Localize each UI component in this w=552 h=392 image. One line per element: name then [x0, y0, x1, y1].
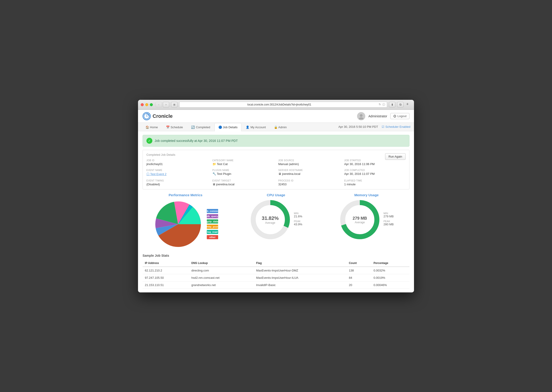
sample-stats-title: Sample Job Stats: [143, 254, 409, 257]
run-again-button[interactable]: Run Again: [385, 153, 406, 160]
tab-my-account[interactable]: 👤 My Account: [242, 123, 270, 131]
legend-item-db-query: db_query: [207, 214, 218, 218]
svg-point-0: [144, 113, 149, 119]
cpu-peak-label: PEAK: [294, 220, 302, 223]
col-count: Count: [347, 260, 371, 267]
plugin-name-label: PLUGIN NAME: [212, 169, 274, 171]
event-timing-value: (Disabled): [146, 182, 208, 186]
pie-chart-container: db_connect db_query gzip_data http_post: [153, 199, 218, 249]
tab-schedule[interactable]: 📅 Schedule: [162, 123, 187, 131]
sidebar-toggle[interactable]: ⊞: [171, 102, 177, 107]
process-id-value: 32453: [278, 182, 340, 186]
memory-peak-label: PEAK: [384, 220, 394, 223]
field-event-timing: EVENT TIMING (Disabled): [146, 179, 208, 186]
cell-ip: 62.121.210.2: [143, 267, 189, 274]
job-id-label: JOB ID: [146, 159, 208, 162]
table-row: 97.247.105.50 hsd2.nm.comcast.net MaxEve…: [143, 274, 409, 281]
col-dns: DNS Lookup: [189, 260, 254, 267]
cell-count: 138: [347, 267, 371, 274]
event-timing-label: EVENT TIMING: [146, 179, 208, 182]
avatar: [357, 112, 365, 120]
elapsed-time-label: ELAPSED TIME: [344, 179, 406, 182]
cpu-usage-card: CPU Usage 31.82% Average: [233, 193, 319, 249]
cell-flag: InvalidIP-Basic: [254, 281, 347, 288]
success-icon: ✓: [146, 138, 152, 144]
plugin-name-value: 🔧 Test Plugin: [212, 172, 274, 175]
maximize-button[interactable]: [150, 103, 153, 106]
cpu-min-label: MIN: [294, 212, 302, 215]
cell-ip: 97.247.105.50: [143, 274, 189, 281]
cell-flag: MaxEvents-ImpsUserHour-ILUA: [254, 274, 347, 281]
admin-name: Administrator: [369, 114, 387, 118]
cell-pct: 0.0019%: [371, 274, 409, 281]
logout-button[interactable]: ⏻ Logout: [390, 113, 409, 119]
memory-peak-value: 280 MB: [384, 223, 394, 226]
cell-ip: 21.153.110.51: [143, 281, 189, 288]
legend-item-http-post: http_post: [207, 225, 218, 229]
event-target-label: EVENT TARGET: [212, 179, 274, 182]
cell-flag: MaxEvents-ImpsUserHour-DMZ: [254, 267, 347, 274]
memory-average-value: 279 MB: [353, 216, 367, 221]
new-tab-button[interactable]: ⧉: [397, 102, 404, 107]
reload-icon[interactable]: ↻: [379, 103, 381, 107]
server-hostname-label: SERVER HOSTNAME: [278, 169, 340, 171]
cpu-min-value: 21.6%: [294, 215, 302, 218]
svg-point-1: [360, 114, 363, 117]
job-details-box: Completed Job Details Run Again JOB ID j…: [143, 150, 409, 189]
minimize-button[interactable]: [145, 103, 148, 106]
tabs-right: Apr 30, 2016 5:50:10 PM PDT ☑ Scheduler …: [338, 125, 410, 128]
job-completed-label: JOB COMPLETED: [344, 169, 406, 171]
cell-pct: 0.00046%: [371, 281, 409, 288]
info-icon[interactable]: ⓘ: [382, 103, 385, 107]
job-completed-value: Apr 30, 2016 11:07 PM: [344, 172, 406, 175]
table-row: 21.153.110.51 grandnetworks.net InvalidI…: [143, 281, 409, 288]
cpu-donut-wrapper: 31.82% Average MIN 21.6% PEAK 43.9%: [250, 199, 302, 241]
cpu-peak-value: 43.9%: [294, 223, 302, 226]
cpu-stats: MIN 21.6% PEAK 43.9%: [294, 212, 302, 228]
field-server-hostname: SERVER HOSTNAME 🖥 joeretina.local: [278, 169, 340, 176]
success-text: Job completed successfully at Apr 30, 20…: [155, 139, 238, 143]
field-process-id: PROCESS ID 32453: [278, 179, 340, 186]
add-tab-button[interactable]: +: [406, 102, 411, 107]
cell-pct: 0.0032%: [371, 267, 409, 274]
tab-home[interactable]: 🏠 Home: [142, 123, 162, 131]
tab-completed[interactable]: 🔄 Completed: [187, 123, 214, 131]
cpu-donut-container: 31.82% Average: [250, 199, 291, 241]
elapsed-time-value: 1 minute: [344, 182, 406, 186]
tab-job-details[interactable]: 🔵 Job Details: [215, 123, 241, 131]
legend: db_connect db_query gzip_data http_post: [207, 209, 218, 239]
close-button[interactable]: [141, 103, 144, 106]
field-job-completed: JOB COMPLETED Apr 30, 2016 11:07 PM: [344, 169, 406, 176]
cell-dns: directing.com: [189, 267, 254, 274]
stats-table: IP Address DNS Lookup Flag Count Percent…: [143, 260, 409, 289]
legend-item-other: other: [207, 235, 218, 239]
col-flag: Flag: [254, 260, 347, 267]
job-fields: JOB ID jino6chwy01 CATEGORY NAME 📁 Test …: [146, 159, 406, 186]
memory-usage-title: Memory Usage: [354, 193, 379, 197]
url-bar[interactable]: local.cronicle.com:3012/#JobDetails?id=j…: [179, 102, 387, 108]
app-header: Cronicle Administrator ⏻ Logout: [138, 110, 414, 123]
field-event-target: EVENT TARGET 🖥 joeretina.local: [212, 179, 274, 186]
scheduler-status: ☑ Scheduler Enabled: [382, 125, 410, 128]
traffic-lights: [141, 103, 153, 106]
memory-average-label: Average: [353, 221, 367, 224]
cpu-average-label: Average: [262, 221, 279, 224]
url-icons: ↻ ⓘ: [379, 103, 385, 107]
forward-button[interactable]: ›: [163, 102, 169, 107]
cell-dns: hsd2.nm.comcast.net: [189, 274, 254, 281]
server-hostname-value: 🖥 joeretina.local: [278, 172, 340, 175]
category-name-label: CATEGORY NAME: [212, 159, 274, 162]
share-button[interactable]: ⬆: [389, 102, 395, 107]
event-name-label: EVENT NAME: [146, 169, 208, 171]
performance-metrics-title: Performance Metrics: [168, 193, 202, 197]
back-button[interactable]: ‹: [156, 102, 162, 107]
svg-point-2: [359, 117, 363, 119]
logo-icon: [143, 112, 151, 120]
event-target-value: 🖥 joeretina.local: [212, 182, 274, 186]
tab-admin[interactable]: 🔒 Admin: [270, 123, 291, 131]
memory-donut-wrapper: 279 MB Average MIN 279 MB PEAK 280 MB: [339, 199, 394, 241]
process-id-label: PROCESS ID: [278, 179, 340, 182]
browser-actions: ⬆ ⧉ +: [389, 102, 411, 107]
nav-tabs: 🏠 Home 📅 Schedule 🔄 Completed 🔵 Job Deta…: [138, 123, 414, 131]
cpu-donut-center: 31.82% Average: [262, 215, 279, 224]
